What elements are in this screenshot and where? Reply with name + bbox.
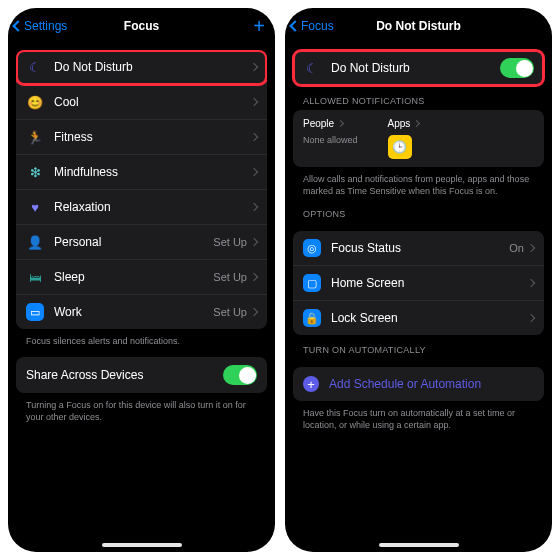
item-label: Personal — [54, 235, 213, 249]
emoji-icon: 😊 — [26, 93, 44, 111]
list-item[interactable]: ▭ Work Set Up — [16, 295, 267, 329]
apps-label: Apps — [388, 118, 411, 129]
none-allowed-text: None allowed — [303, 135, 358, 145]
allowed-notifications-box: People None allowed Apps 🕒 — [293, 110, 544, 167]
moon-icon: ☾ — [303, 59, 321, 77]
focus-list: ☾ Do Not Disturb 😊 Cool 🏃 Fitness ❇ Mind… — [16, 50, 267, 329]
section-header: ALLOWED NOTIFICATIONS — [293, 86, 544, 110]
footer-text: Turning a Focus on for this device will … — [16, 393, 267, 425]
item-detail: Set Up — [213, 306, 247, 318]
chevron-right-icon — [337, 120, 344, 127]
nav-bar: Focus Do Not Disturb — [285, 8, 552, 42]
chevron-right-icon — [250, 98, 258, 106]
footer-text: Have this Focus turn on automatically at… — [293, 401, 544, 433]
chevron-right-icon — [250, 63, 258, 71]
home-indicator[interactable] — [379, 543, 459, 547]
content-area: ☾ Do Not Disturb ALLOWED NOTIFICATIONS P… — [285, 42, 552, 552]
option-detail: On — [509, 242, 524, 254]
home-indicator[interactable] — [102, 543, 182, 547]
add-schedule-row[interactable]: + Add Schedule or Automation — [293, 367, 544, 401]
item-label: Do Not Disturb — [54, 60, 247, 74]
apps-column[interactable]: Apps 🕒 — [388, 118, 420, 159]
clock-app-icon: 🕒 — [388, 135, 412, 159]
share-label: Share Across Devices — [26, 368, 223, 382]
chevron-right-icon — [250, 308, 258, 316]
list-item[interactable]: ❇ Mindfulness — [16, 155, 267, 190]
mindfulness-icon: ❇ — [26, 163, 44, 181]
item-label: Work — [54, 305, 213, 319]
heart-icon: ♥ — [26, 198, 44, 216]
footer-text: Allow calls and notifications from peopl… — [293, 167, 544, 199]
footer-text: Focus silences alerts and notifications. — [16, 329, 267, 349]
option-label: Lock Screen — [331, 311, 528, 325]
dnd-detail-screen: Focus Do Not Disturb ☾ Do Not Disturb AL… — [285, 8, 552, 552]
share-group: Share Across Devices — [16, 357, 267, 393]
work-icon: ▭ — [26, 303, 44, 321]
item-label: Mindfulness — [54, 165, 247, 179]
home-screen-icon: ▢ — [303, 274, 321, 292]
section-header: OPTIONS — [293, 199, 544, 223]
fitness-icon: 🏃 — [26, 128, 44, 146]
people-header[interactable]: People — [303, 118, 358, 129]
list-item[interactable]: 🏃 Fitness — [16, 120, 267, 155]
chevron-right-icon — [250, 273, 258, 281]
item-detail: Set Up — [213, 271, 247, 283]
share-toggle[interactable] — [223, 365, 257, 385]
option-label: Home Screen — [331, 276, 528, 290]
section-header: TURN ON AUTOMATICALLY — [293, 335, 544, 359]
dnd-toggle-row[interactable]: ☾ Do Not Disturb — [293, 50, 544, 86]
list-item[interactable]: 👤 Personal Set Up — [16, 225, 267, 260]
chevron-right-icon — [413, 120, 420, 127]
dnd-toggle-group: ☾ Do Not Disturb — [293, 50, 544, 86]
item-label: Fitness — [54, 130, 247, 144]
chevron-right-icon — [527, 279, 535, 287]
option-label: Focus Status — [331, 241, 509, 255]
option-row-home-screen[interactable]: ▢ Home Screen — [293, 266, 544, 301]
item-label: Sleep — [54, 270, 213, 284]
chevron-right-icon — [250, 133, 258, 141]
list-item-dnd[interactable]: ☾ Do Not Disturb — [16, 50, 267, 85]
chevron-right-icon — [527, 314, 535, 322]
options-group: ◎ Focus Status On ▢ Home Screen 🔒 Lock S… — [293, 231, 544, 335]
item-detail: Set Up — [213, 236, 247, 248]
bed-icon: 🛏 — [26, 268, 44, 286]
list-item[interactable]: 😊 Cool — [16, 85, 267, 120]
content-area: ☾ Do Not Disturb 😊 Cool 🏃 Fitness ❇ Mind… — [8, 42, 275, 552]
item-label: Cool — [54, 95, 247, 109]
dnd-label: Do Not Disturb — [331, 61, 500, 75]
nav-bar: Settings Focus + — [8, 8, 275, 42]
apps-header[interactable]: Apps — [388, 118, 420, 129]
option-row-focus-status[interactable]: ◎ Focus Status On — [293, 231, 544, 266]
page-title: Focus — [8, 19, 275, 33]
focus-status-icon: ◎ — [303, 239, 321, 257]
plus-icon: + — [303, 376, 319, 392]
chevron-right-icon — [250, 203, 258, 211]
lock-icon: 🔒 — [303, 309, 321, 327]
moon-icon: ☾ — [26, 58, 44, 76]
people-label: People — [303, 118, 334, 129]
person-icon: 👤 — [26, 233, 44, 251]
chevron-right-icon — [527, 244, 535, 252]
dnd-toggle[interactable] — [500, 58, 534, 78]
share-across-devices-row[interactable]: Share Across Devices — [16, 357, 267, 393]
list-item[interactable]: ♥ Relaxation — [16, 190, 267, 225]
list-item[interactable]: 🛏 Sleep Set Up — [16, 260, 267, 295]
automation-group: + Add Schedule or Automation — [293, 367, 544, 401]
option-row-lock-screen[interactable]: 🔒 Lock Screen — [293, 301, 544, 335]
page-title: Do Not Disturb — [285, 19, 552, 33]
people-column[interactable]: People None allowed — [303, 118, 358, 159]
add-schedule-label: Add Schedule or Automation — [329, 377, 534, 391]
focus-list-screen: Settings Focus + ☾ Do Not Disturb 😊 Cool… — [8, 8, 275, 552]
item-label: Relaxation — [54, 200, 247, 214]
chevron-right-icon — [250, 238, 258, 246]
chevron-right-icon — [250, 168, 258, 176]
